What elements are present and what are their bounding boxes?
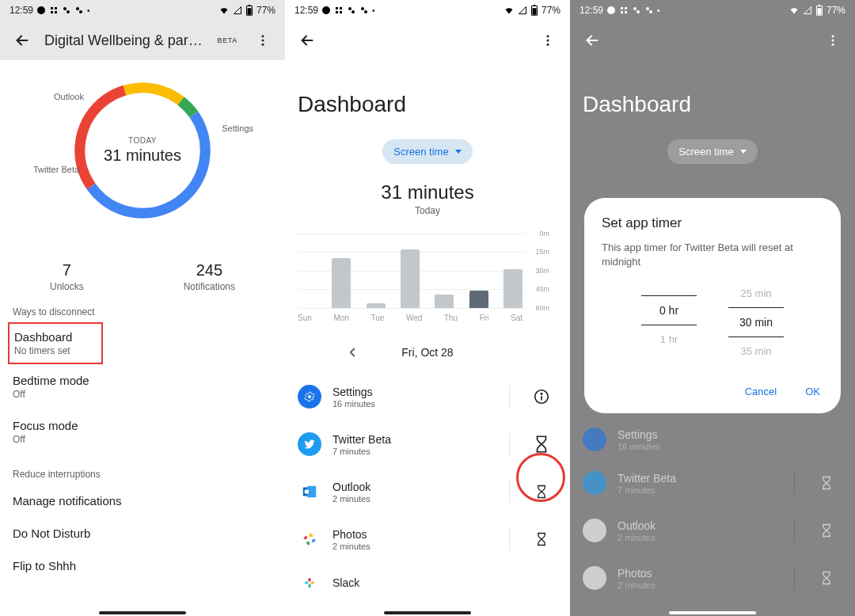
svg-point-8	[79, 10, 82, 13]
more-vert-icon	[256, 33, 270, 48]
back-button[interactable]	[291, 25, 323, 56]
screen-time-chip[interactable]: Screen time	[382, 139, 472, 164]
svg-rect-30	[534, 5, 536, 6]
hourglass-icon	[531, 434, 552, 454]
unlocks-stat[interactable]: 7 Unlocks	[50, 261, 84, 292]
bedtime-title: Bedtime mode	[13, 374, 272, 387]
svg-point-34	[308, 395, 311, 398]
battery-icon	[530, 5, 538, 16]
app-icon	[347, 6, 356, 15]
svg-point-31	[547, 35, 549, 37]
svg-rect-47	[625, 7, 627, 10]
app-row-settings-bg: Settings16 minutes	[570, 420, 855, 459]
back-button[interactable]	[576, 25, 608, 56]
app-name: Slack	[332, 576, 557, 589]
usage-donut[interactable]: TODAY 31 minutes Outlook Settings Twitte…	[55, 63, 230, 238]
signal-icon	[803, 6, 812, 15]
overflow-button[interactable]	[532, 25, 564, 56]
svg-point-33	[547, 44, 549, 46]
svg-rect-29	[533, 8, 537, 14]
y-tick: 15m	[535, 248, 549, 256]
dashboard-row[interactable]: Dashboard No timers set	[8, 322, 103, 364]
back-button[interactable]	[6, 25, 38, 56]
x-tick: Fri	[480, 314, 489, 322]
chart-bar[interactable]	[401, 249, 420, 308]
slack-icon	[334, 6, 344, 15]
messenger-icon	[321, 6, 331, 15]
outlook-icon	[583, 519, 606, 542]
weekly-chart[interactable]: 0m15m30m45m60m SunMonTueWedThuFriSat	[298, 234, 548, 321]
app-bar: Digital Wellbeing & pare… BETA	[0, 21, 285, 60]
settings-icon	[583, 428, 606, 451]
app-row-slack[interactable]: Slack	[285, 563, 570, 595]
hour-picker[interactable]: 0 hr 1 hr	[641, 283, 697, 362]
app-name: Twitter Beta	[332, 433, 493, 446]
chart-bar[interactable]	[469, 291, 488, 308]
outlook-icon	[298, 480, 321, 504]
info-button[interactable]	[526, 381, 557, 413]
app-duration: 7 minutes	[332, 447, 493, 456]
app-row-photos[interactable]: Photos 2 minutes	[285, 515, 570, 563]
overflow-button[interactable]	[817, 25, 849, 56]
donut-label-settings: Settings	[222, 124, 253, 133]
app-icon	[74, 6, 84, 15]
timer-button-photos[interactable]	[526, 523, 557, 555]
bedtime-row[interactable]: Bedtime mode Off	[0, 364, 285, 409]
more-notif-dot: •	[87, 6, 90, 15]
app-row-twitter-bg: Twitter Beta7 minutes	[570, 459, 855, 507]
x-tick: Wed	[406, 314, 422, 322]
chart-bar[interactable]	[504, 269, 522, 308]
today-total: 31 minutes	[104, 146, 181, 165]
svg-point-25	[352, 10, 355, 13]
more-notif-dot: •	[372, 6, 375, 15]
focus-title: Focus mode	[13, 419, 272, 432]
x-tick: Sat	[511, 314, 522, 322]
app-row-photos-bg: Photos2 minutes	[570, 554, 855, 602]
screen-time-chip[interactable]: Screen time	[667, 139, 757, 164]
x-tick: Tue	[370, 314, 384, 322]
overflow-button[interactable]	[247, 25, 279, 56]
twitter-icon	[298, 432, 321, 456]
notifications-stat[interactable]: 245 Notifications	[184, 261, 235, 292]
flip-row[interactable]: Flip to Shhh	[0, 549, 285, 582]
prev-day-button[interactable]	[341, 341, 363, 363]
gesture-bar[interactable]	[669, 611, 756, 614]
status-bar: 12:59 • 77%	[285, 0, 570, 21]
chart-bar[interactable]	[367, 303, 386, 308]
chart-bar[interactable]	[435, 295, 454, 308]
highlight-circle	[516, 453, 565, 502]
dnd-title: Do Not Disturb	[13, 527, 272, 540]
notifications-label: Notifications	[184, 281, 235, 292]
page-title: Digital Wellbeing & pare…	[44, 32, 207, 49]
page-title: Dashboard	[570, 60, 855, 125]
svg-rect-22	[336, 11, 338, 13]
svg-point-37	[541, 394, 542, 394]
status-time: 12:59	[10, 5, 33, 16]
chart-bar[interactable]	[332, 258, 351, 308]
gesture-bar[interactable]	[99, 611, 186, 614]
app-row-settings[interactable]: Settings 16 minutes	[285, 373, 570, 420]
svg-point-45	[607, 6, 615, 14]
svg-point-59	[832, 44, 834, 46]
cancel-button[interactable]: Cancel	[742, 381, 780, 402]
focus-sub: Off	[13, 434, 272, 445]
svg-point-14	[262, 44, 264, 46]
app-row-outlook-bg: Outlook2 minutes	[570, 507, 855, 554]
section-reduce: Reduce interruptions	[0, 454, 285, 485]
manage-notifications-row[interactable]: Manage notifications	[0, 485, 285, 517]
timer-button-bg	[811, 515, 842, 546]
donut-label-twitter: Twitter Beta	[33, 165, 79, 174]
battery-icon	[245, 5, 253, 16]
hourglass-icon	[534, 531, 549, 547]
signal-icon	[518, 6, 527, 15]
dnd-row[interactable]: Do Not Disturb	[0, 517, 285, 549]
ok-button[interactable]: OK	[802, 381, 823, 402]
focus-row[interactable]: Focus mode Off	[0, 409, 285, 454]
donut-center: TODAY 31 minutes	[55, 63, 230, 238]
gesture-bar[interactable]	[384, 611, 471, 614]
page-title: Dashboard	[285, 60, 570, 125]
svg-rect-2	[55, 7, 57, 10]
hour-selected: 0 hr	[641, 295, 697, 325]
status-battery: 77%	[256, 5, 276, 16]
minute-picker[interactable]: 25 min 30 min 35 min	[728, 283, 784, 362]
